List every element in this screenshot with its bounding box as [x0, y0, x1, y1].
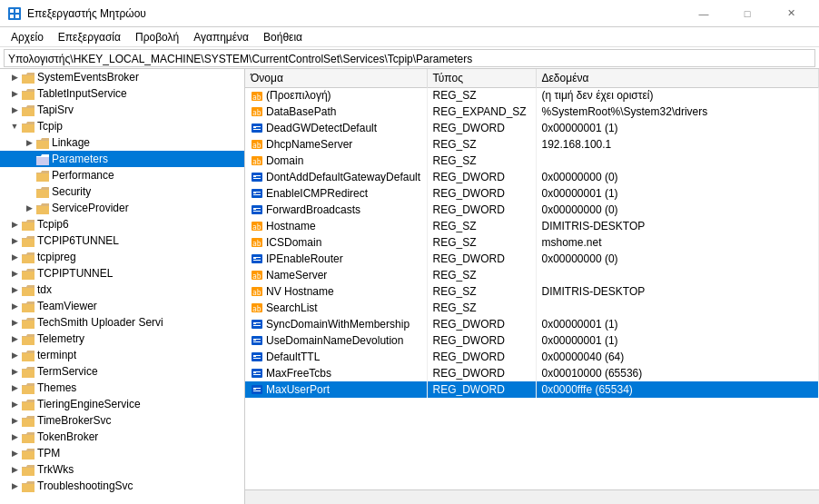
expand-icon[interactable] [22, 184, 36, 199]
tree-item[interactable]: ▶ tdx [0, 282, 244, 298]
reg-type-cell: REG_DWORD [427, 169, 536, 185]
col-header-type[interactable]: Τύπος [427, 69, 536, 87]
folder-icon [22, 87, 35, 101]
tree-item[interactable]: ▶ TCPIP6TUNNEL [0, 232, 244, 249]
expand-icon[interactable] [22, 168, 36, 183]
tree-item[interactable]: ▶ TieringEngineService [0, 396, 244, 412]
tree-item[interactable]: ▶ Linkage [0, 134, 244, 151]
expand-icon[interactable]: ▶ [7, 282, 22, 297]
reg-type-cell: REG_SZ [427, 267, 536, 283]
table-row[interactable]: ab ICSDomainREG_SZmshome.net [245, 234, 819, 251]
close-button[interactable]: ✕ [770, 0, 812, 27]
reg-data-cell: 0x00000001 (1) [536, 185, 819, 202]
tree-item[interactable]: Security [0, 183, 244, 200]
tree-item[interactable]: ▶ TrkWks [0, 461, 244, 478]
table-row[interactable]: DeadGWDetectDefaultREG_DWORD0x00000001 (… [245, 120, 819, 136]
table-row[interactable]: DefaultTTLREG_DWORD0x00000040 (64) [245, 349, 819, 365]
col-header-name[interactable]: Όνομα [245, 69, 427, 87]
tree-item[interactable]: ▶ TeamViewer [0, 298, 244, 314]
table-row[interactable]: ab DhcpNameServerREG_SZ192.168.100.1 [245, 136, 819, 153]
expand-icon[interactable]: ▶ [7, 446, 22, 460]
expand-icon[interactable]: ▶ [7, 364, 22, 379]
tree-item[interactable]: ▶ TCPIPTUNNEL [0, 265, 244, 282]
expand-icon[interactable] [22, 152, 36, 166]
tree-item[interactable]: ▶ Telemetry [0, 331, 244, 347]
tree-item[interactable]: ▶ Tcpip6 [0, 216, 244, 232]
table-row[interactable]: ab NV HostnameREG_SZDIMITRIS-DESKTOP [245, 283, 819, 300]
folder-icon [36, 202, 49, 215]
tree-item[interactable]: Parameters [0, 151, 244, 167]
tree-item[interactable]: ▶ terminpt [0, 347, 244, 363]
svg-rect-55 [252, 369, 262, 378]
table-row[interactable]: EnableICMPRedirectREG_DWORD0x00000001 (1… [245, 185, 819, 202]
menu-item-βοήθεια[interactable]: Βοήθεια [256, 29, 310, 45]
expand-icon[interactable]: ▼ [7, 119, 22, 133]
expand-icon[interactable]: ▶ [22, 135, 36, 150]
table-row[interactable]: ForwardBroadcastsREG_DWORD0x00000000 (0) [245, 202, 819, 218]
menu-item-προβολή[interactable]: Προβολή [128, 29, 186, 45]
expand-icon[interactable]: ▶ [7, 397, 22, 411]
expand-icon[interactable]: ▶ [7, 462, 22, 477]
tree-item[interactable]: Performance [0, 167, 244, 183]
menu-item-αρχείο[interactable]: Αρχείο [4, 29, 51, 45]
expand-icon[interactable]: ▶ [7, 331, 22, 346]
expand-icon[interactable]: ▶ [7, 86, 22, 101]
reg-data-cell [536, 300, 819, 316]
tree-item-label: TrkWks [37, 463, 74, 476]
table-row[interactable]: ab HostnameREG_SZDIMITRIS-DESKTOP [245, 218, 819, 234]
tree-item[interactable]: ▶ TechSmith Uploader Servi [0, 314, 244, 331]
expand-icon[interactable]: ▶ [7, 430, 22, 444]
expand-icon[interactable]: ▶ [7, 266, 22, 281]
reg-name-cell: IPEnableRouter [245, 251, 427, 267]
right-pane: Όνομα Τύπος Δεδομένα ab (Προεπιλογή)REG_… [245, 69, 819, 504]
tree-item[interactable]: ▶ TroubleshootingSvc [0, 478, 244, 494]
svg-rect-51 [252, 352, 262, 361]
table-row[interactable]: ab DomainREG_SZ [245, 153, 819, 169]
tree-item[interactable]: ▶ ServiceProvider [0, 200, 244, 216]
expand-icon[interactable]: ▶ [7, 103, 22, 117]
maximize-button[interactable]: □ [726, 0, 768, 27]
table-row[interactable]: MaxUserPortREG_DWORD0x0000fffe (65534) [245, 381, 819, 398]
col-header-data[interactable]: Δεδομένα [536, 69, 819, 87]
tree-item[interactable]: ▶ Themes [0, 380, 244, 396]
reg-data-cell: 192.168.100.1 [536, 136, 819, 153]
expand-icon[interactable]: ▶ [7, 250, 22, 264]
tree-item[interactable]: ▼ Tcpip [0, 118, 244, 134]
tree-item[interactable]: ▶ TPM [0, 445, 244, 461]
horizontal-scrollbar[interactable] [245, 489, 819, 504]
minimize-button[interactable]: — [683, 0, 725, 27]
tree-item[interactable]: ▶ TabletInputService [0, 85, 244, 102]
tree-item[interactable]: ▶ TapiSrv [0, 102, 244, 118]
reg-name-cell: ab NameServer [245, 267, 427, 283]
expand-icon[interactable]: ▶ [7, 348, 22, 362]
tree-item[interactable]: ▶ TermService [0, 363, 244, 380]
table-row[interactable]: ab DataBasePathREG_EXPAND_SZ%SystemRoot%… [245, 104, 819, 120]
table-row[interactable]: DontAddDefaultGatewayDefaultREG_DWORD0x0… [245, 169, 819, 185]
table-row[interactable]: ab NameServerREG_SZ [245, 267, 819, 283]
tree-item[interactable]: ▶ tcpipreg [0, 249, 244, 265]
table-row[interactable]: SyncDomainWithMembershipREG_DWORD0x00000… [245, 316, 819, 332]
reg-name-cell: ab NV Hostname [245, 283, 427, 300]
table-row[interactable]: ab (Προεπιλογή)REG_SZ(η τιμή δεν έχει ορ… [245, 87, 819, 104]
tree-item[interactable]: ▶ SystemEventsBroker [0, 69, 244, 85]
reg-type-cell: REG_DWORD [427, 251, 536, 267]
reg-name-cell: DefaultTTL [245, 349, 427, 365]
expand-icon[interactable]: ▶ [7, 413, 22, 428]
table-row[interactable]: ab SearchListREG_SZ [245, 300, 819, 316]
expand-icon[interactable]: ▶ [7, 315, 22, 330]
menu-item-επεξεργασία[interactable]: Επεξεργασία [51, 29, 128, 45]
menu-item-αγαπημένα[interactable]: Αγαπημένα [186, 29, 256, 45]
expand-icon[interactable]: ▶ [7, 233, 22, 248]
table-row[interactable]: UseDomainNameDevolutionREG_DWORD0x000000… [245, 332, 819, 349]
tree-item[interactable]: ▶ TokenBroker [0, 429, 244, 445]
expand-icon[interactable]: ▶ [7, 70, 22, 84]
expand-icon[interactable]: ▶ [7, 299, 22, 313]
expand-icon[interactable]: ▶ [7, 380, 22, 395]
expand-icon[interactable]: ▶ [22, 201, 36, 215]
table-row[interactable]: MaxFreeTcbsREG_DWORD0x00010000 (65536) [245, 365, 819, 381]
expand-icon[interactable]: ▶ [7, 217, 22, 232]
table-row[interactable]: IPEnableRouterREG_DWORD0x00000000 (0) [245, 251, 819, 267]
expand-icon[interactable]: ▶ [7, 479, 22, 493]
tree-item[interactable]: ▶ TimeBrokerSvc [0, 412, 244, 429]
svg-rect-49 [253, 341, 261, 342]
